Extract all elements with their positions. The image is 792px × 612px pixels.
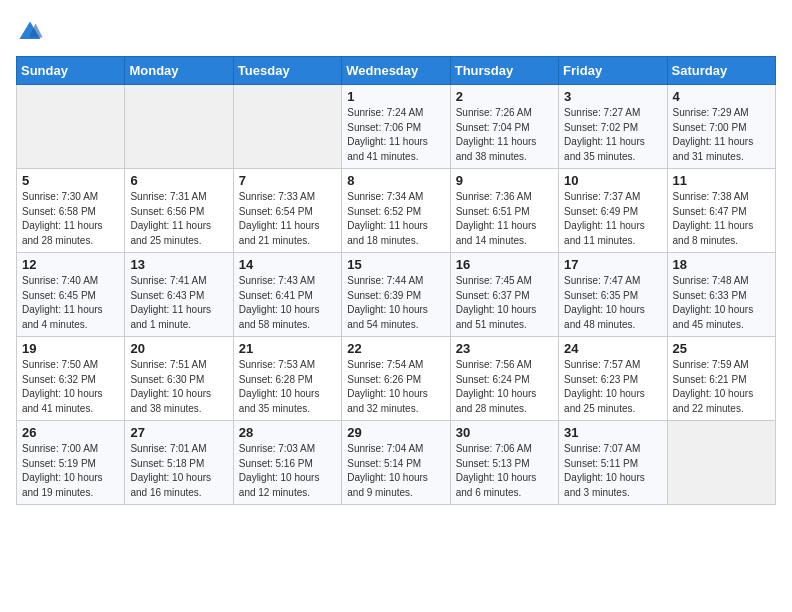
calendar-cell: 18Sunrise: 7:48 AM Sunset: 6:33 PM Dayli… bbox=[667, 253, 775, 337]
day-info: Sunrise: 7:04 AM Sunset: 5:14 PM Dayligh… bbox=[347, 442, 444, 500]
day-info: Sunrise: 7:50 AM Sunset: 6:32 PM Dayligh… bbox=[22, 358, 119, 416]
day-info: Sunrise: 7:45 AM Sunset: 6:37 PM Dayligh… bbox=[456, 274, 553, 332]
calendar-cell: 15Sunrise: 7:44 AM Sunset: 6:39 PM Dayli… bbox=[342, 253, 450, 337]
calendar-cell: 11Sunrise: 7:38 AM Sunset: 6:47 PM Dayli… bbox=[667, 169, 775, 253]
calendar-cell: 1Sunrise: 7:24 AM Sunset: 7:06 PM Daylig… bbox=[342, 85, 450, 169]
calendar-day-header: Sunday bbox=[17, 57, 125, 85]
calendar-cell: 13Sunrise: 7:41 AM Sunset: 6:43 PM Dayli… bbox=[125, 253, 233, 337]
day-number: 31 bbox=[564, 425, 661, 440]
day-info: Sunrise: 7:26 AM Sunset: 7:04 PM Dayligh… bbox=[456, 106, 553, 164]
calendar-day-header: Saturday bbox=[667, 57, 775, 85]
calendar-cell: 6Sunrise: 7:31 AM Sunset: 6:56 PM Daylig… bbox=[125, 169, 233, 253]
calendar-cell: 16Sunrise: 7:45 AM Sunset: 6:37 PM Dayli… bbox=[450, 253, 558, 337]
day-number: 10 bbox=[564, 173, 661, 188]
day-number: 24 bbox=[564, 341, 661, 356]
day-info: Sunrise: 7:57 AM Sunset: 6:23 PM Dayligh… bbox=[564, 358, 661, 416]
day-info: Sunrise: 7:40 AM Sunset: 6:45 PM Dayligh… bbox=[22, 274, 119, 332]
day-number: 11 bbox=[673, 173, 770, 188]
calendar-week-row: 26Sunrise: 7:00 AM Sunset: 5:19 PM Dayli… bbox=[17, 421, 776, 505]
calendar-cell bbox=[125, 85, 233, 169]
calendar-cell: 5Sunrise: 7:30 AM Sunset: 6:58 PM Daylig… bbox=[17, 169, 125, 253]
calendar-cell: 14Sunrise: 7:43 AM Sunset: 6:41 PM Dayli… bbox=[233, 253, 341, 337]
day-info: Sunrise: 7:24 AM Sunset: 7:06 PM Dayligh… bbox=[347, 106, 444, 164]
calendar-week-row: 1Sunrise: 7:24 AM Sunset: 7:06 PM Daylig… bbox=[17, 85, 776, 169]
day-info: Sunrise: 7:01 AM Sunset: 5:18 PM Dayligh… bbox=[130, 442, 227, 500]
day-info: Sunrise: 7:38 AM Sunset: 6:47 PM Dayligh… bbox=[673, 190, 770, 248]
day-info: Sunrise: 7:00 AM Sunset: 5:19 PM Dayligh… bbox=[22, 442, 119, 500]
calendar-cell: 26Sunrise: 7:00 AM Sunset: 5:19 PM Dayli… bbox=[17, 421, 125, 505]
day-number: 9 bbox=[456, 173, 553, 188]
day-number: 28 bbox=[239, 425, 336, 440]
day-number: 14 bbox=[239, 257, 336, 272]
calendar-header: SundayMondayTuesdayWednesdayThursdayFrid… bbox=[17, 57, 776, 85]
calendar-cell: 2Sunrise: 7:26 AM Sunset: 7:04 PM Daylig… bbox=[450, 85, 558, 169]
calendar-cell: 21Sunrise: 7:53 AM Sunset: 6:28 PM Dayli… bbox=[233, 337, 341, 421]
calendar-cell: 28Sunrise: 7:03 AM Sunset: 5:16 PM Dayli… bbox=[233, 421, 341, 505]
day-info: Sunrise: 7:27 AM Sunset: 7:02 PM Dayligh… bbox=[564, 106, 661, 164]
day-number: 25 bbox=[673, 341, 770, 356]
day-number: 8 bbox=[347, 173, 444, 188]
day-info: Sunrise: 7:41 AM Sunset: 6:43 PM Dayligh… bbox=[130, 274, 227, 332]
day-number: 16 bbox=[456, 257, 553, 272]
calendar-cell: 9Sunrise: 7:36 AM Sunset: 6:51 PM Daylig… bbox=[450, 169, 558, 253]
calendar-week-row: 5Sunrise: 7:30 AM Sunset: 6:58 PM Daylig… bbox=[17, 169, 776, 253]
calendar-week-row: 12Sunrise: 7:40 AM Sunset: 6:45 PM Dayli… bbox=[17, 253, 776, 337]
calendar-cell bbox=[667, 421, 775, 505]
calendar-cell: 19Sunrise: 7:50 AM Sunset: 6:32 PM Dayli… bbox=[17, 337, 125, 421]
day-info: Sunrise: 7:54 AM Sunset: 6:26 PM Dayligh… bbox=[347, 358, 444, 416]
day-number: 5 bbox=[22, 173, 119, 188]
day-number: 1 bbox=[347, 89, 444, 104]
day-number: 7 bbox=[239, 173, 336, 188]
day-info: Sunrise: 7:29 AM Sunset: 7:00 PM Dayligh… bbox=[673, 106, 770, 164]
day-info: Sunrise: 7:44 AM Sunset: 6:39 PM Dayligh… bbox=[347, 274, 444, 332]
calendar-day-header: Monday bbox=[125, 57, 233, 85]
calendar-cell: 23Sunrise: 7:56 AM Sunset: 6:24 PM Dayli… bbox=[450, 337, 558, 421]
calendar-cell: 3Sunrise: 7:27 AM Sunset: 7:02 PM Daylig… bbox=[559, 85, 667, 169]
calendar-week-row: 19Sunrise: 7:50 AM Sunset: 6:32 PM Dayli… bbox=[17, 337, 776, 421]
day-info: Sunrise: 7:47 AM Sunset: 6:35 PM Dayligh… bbox=[564, 274, 661, 332]
calendar-cell: 25Sunrise: 7:59 AM Sunset: 6:21 PM Dayli… bbox=[667, 337, 775, 421]
day-number: 3 bbox=[564, 89, 661, 104]
calendar-cell: 12Sunrise: 7:40 AM Sunset: 6:45 PM Dayli… bbox=[17, 253, 125, 337]
calendar-day-header: Thursday bbox=[450, 57, 558, 85]
calendar-cell: 17Sunrise: 7:47 AM Sunset: 6:35 PM Dayli… bbox=[559, 253, 667, 337]
day-info: Sunrise: 7:59 AM Sunset: 6:21 PM Dayligh… bbox=[673, 358, 770, 416]
calendar-cell: 10Sunrise: 7:37 AM Sunset: 6:49 PM Dayli… bbox=[559, 169, 667, 253]
day-info: Sunrise: 7:56 AM Sunset: 6:24 PM Dayligh… bbox=[456, 358, 553, 416]
day-info: Sunrise: 7:48 AM Sunset: 6:33 PM Dayligh… bbox=[673, 274, 770, 332]
calendar-cell: 24Sunrise: 7:57 AM Sunset: 6:23 PM Dayli… bbox=[559, 337, 667, 421]
day-info: Sunrise: 7:03 AM Sunset: 5:16 PM Dayligh… bbox=[239, 442, 336, 500]
day-number: 29 bbox=[347, 425, 444, 440]
calendar-cell bbox=[17, 85, 125, 169]
day-info: Sunrise: 7:43 AM Sunset: 6:41 PM Dayligh… bbox=[239, 274, 336, 332]
day-number: 26 bbox=[22, 425, 119, 440]
calendar-table: SundayMondayTuesdayWednesdayThursdayFrid… bbox=[16, 56, 776, 505]
day-number: 20 bbox=[130, 341, 227, 356]
day-number: 15 bbox=[347, 257, 444, 272]
day-number: 12 bbox=[22, 257, 119, 272]
day-info: Sunrise: 7:07 AM Sunset: 5:11 PM Dayligh… bbox=[564, 442, 661, 500]
calendar-cell: 4Sunrise: 7:29 AM Sunset: 7:00 PM Daylig… bbox=[667, 85, 775, 169]
calendar-cell: 22Sunrise: 7:54 AM Sunset: 6:26 PM Dayli… bbox=[342, 337, 450, 421]
day-number: 30 bbox=[456, 425, 553, 440]
day-number: 21 bbox=[239, 341, 336, 356]
logo bbox=[16, 16, 48, 46]
calendar-cell bbox=[233, 85, 341, 169]
day-info: Sunrise: 7:51 AM Sunset: 6:30 PM Dayligh… bbox=[130, 358, 227, 416]
calendar-cell: 27Sunrise: 7:01 AM Sunset: 5:18 PM Dayli… bbox=[125, 421, 233, 505]
calendar-cell: 20Sunrise: 7:51 AM Sunset: 6:30 PM Dayli… bbox=[125, 337, 233, 421]
day-number: 6 bbox=[130, 173, 227, 188]
calendar-cell: 31Sunrise: 7:07 AM Sunset: 5:11 PM Dayli… bbox=[559, 421, 667, 505]
day-number: 19 bbox=[22, 341, 119, 356]
calendar-cell: 7Sunrise: 7:33 AM Sunset: 6:54 PM Daylig… bbox=[233, 169, 341, 253]
day-info: Sunrise: 7:37 AM Sunset: 6:49 PM Dayligh… bbox=[564, 190, 661, 248]
day-number: 18 bbox=[673, 257, 770, 272]
day-number: 23 bbox=[456, 341, 553, 356]
calendar-cell: 8Sunrise: 7:34 AM Sunset: 6:52 PM Daylig… bbox=[342, 169, 450, 253]
day-number: 22 bbox=[347, 341, 444, 356]
calendar-cell: 30Sunrise: 7:06 AM Sunset: 5:13 PM Dayli… bbox=[450, 421, 558, 505]
day-info: Sunrise: 7:53 AM Sunset: 6:28 PM Dayligh… bbox=[239, 358, 336, 416]
calendar-cell: 29Sunrise: 7:04 AM Sunset: 5:14 PM Dayli… bbox=[342, 421, 450, 505]
day-info: Sunrise: 7:31 AM Sunset: 6:56 PM Dayligh… bbox=[130, 190, 227, 248]
day-info: Sunrise: 7:36 AM Sunset: 6:51 PM Dayligh… bbox=[456, 190, 553, 248]
